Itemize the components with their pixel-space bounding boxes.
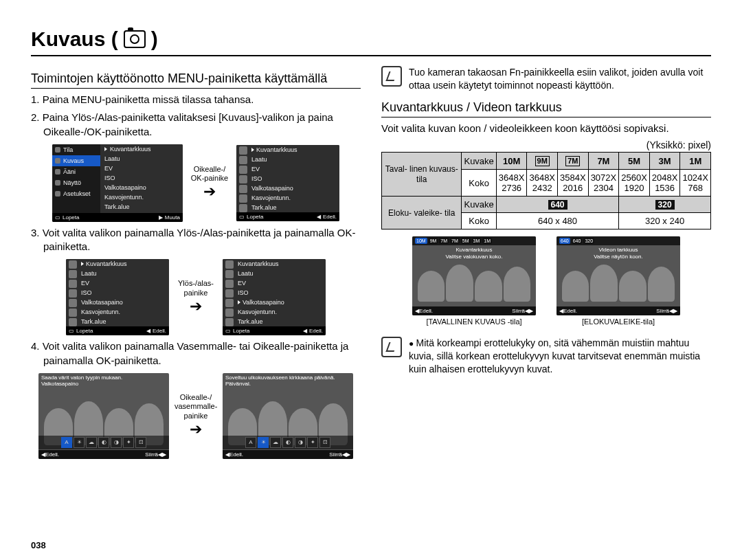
tbl-size-cell: 3648X2432 bbox=[527, 170, 558, 197]
page-title-left: Kuvaus ( bbox=[31, 27, 118, 51]
note-icon bbox=[381, 66, 402, 87]
menu-footer-left: ▭Lopeta bbox=[239, 214, 263, 220]
menu-item: Tark.alue bbox=[81, 318, 106, 325]
note-2-text: ● Mitä korkeampi erottelukyky on, sitä v… bbox=[409, 337, 711, 376]
tbl-row2-head: Eloku- valeike- tila bbox=[382, 197, 462, 229]
tbl-size-cell: 3648X2736 bbox=[496, 170, 527, 197]
menu-right-item: Tark.alue bbox=[104, 203, 130, 210]
menu-right-item: Kasvojentunn. bbox=[104, 194, 144, 201]
arrow-right-icon: ➔ bbox=[175, 421, 217, 438]
menu-item: Kasvojentunn. bbox=[81, 309, 120, 315]
tbl-row1-head: Taval- linen kuvaus- tila bbox=[382, 153, 462, 197]
note-2: ● Mitä korkeampi erottelukyky on, sitä v… bbox=[381, 337, 711, 376]
tbl-video-icon-cell: 640 bbox=[496, 197, 618, 213]
tbl-size-label: Koko bbox=[462, 213, 496, 229]
menu-right-item: Laatu bbox=[104, 155, 120, 162]
page-title: Kuvaus ( ) bbox=[31, 27, 711, 51]
menu-footer-right: ▶Muuta bbox=[159, 214, 180, 221]
menu-right-item: EV bbox=[104, 165, 113, 172]
tbl-icon-cell: 1M bbox=[680, 153, 711, 170]
menu-screenshot-b: Kuvantarkkuus Laatu EV ISO Valkotasapain… bbox=[236, 145, 339, 221]
right-photo-b: 640 640 320 Videon tarkkuus Valitse näyt… bbox=[556, 236, 680, 315]
right-column: Tuo kameran takaosan Fn-painikkeella esi… bbox=[381, 63, 711, 462]
menu-item: Valkotasapaino bbox=[243, 299, 284, 306]
menu-footer-left: Lopeta bbox=[76, 328, 93, 334]
menu-item: ISO bbox=[81, 289, 92, 296]
menu-item: Kuvantarkkuus bbox=[86, 260, 127, 267]
step-3: 3. Voit valita valikon painamalla Ylös-/… bbox=[31, 226, 361, 254]
arrow-label-1: Oikealle-/ OK-painike ➔ bbox=[188, 165, 231, 201]
menu-item: EV bbox=[251, 166, 260, 172]
right-caption-b: [ELOKUVALEIKE-tila] bbox=[556, 317, 680, 326]
menu-left-item: Näyttö bbox=[63, 179, 81, 186]
tbl-video-size-cell: 320 x 240 bbox=[619, 213, 711, 229]
unit-label: (Yksikkö: pixel) bbox=[381, 139, 711, 150]
photo-footer-move: Siirrä bbox=[329, 451, 342, 458]
page-number: 038 bbox=[31, 540, 46, 550]
menu-footer-right: Edell. bbox=[153, 328, 166, 334]
menu-footer-right: Edell. bbox=[309, 328, 323, 334]
photo-overlay-line2: Päivänval. bbox=[225, 381, 350, 388]
menu-item: Kuvantarkkuus bbox=[238, 260, 279, 267]
right-caption-a: [TAVALLINEN KUVAUS -tila] bbox=[412, 317, 536, 326]
note-1: Tuo kameran takaosan Fn-painikkeella esi… bbox=[381, 66, 711, 92]
resolution-table: Taval- linen kuvaus- tila Kuvake 10M 9M … bbox=[381, 152, 711, 229]
note-1-text: Tuo kameran takaosan Fn-painikkeella esi… bbox=[409, 66, 711, 92]
step4-screens: Saada värit vaton tyypin mukaan. Valkota… bbox=[31, 373, 361, 459]
tbl-icon-cell: 7M bbox=[588, 153, 619, 170]
tbl-size-cell: 3584X2016 bbox=[558, 170, 589, 197]
menu-right-item: Kuvantarkkuus bbox=[110, 146, 151, 153]
photo-overlay-line1: Videon tarkkuus bbox=[559, 247, 677, 254]
right-subhead: Kuvantarkkuus / Videon tarkkuus bbox=[381, 100, 711, 117]
menu-screenshot-c: Kuvantarkkuus Laatu EV ISO Valkotasapain… bbox=[66, 259, 169, 335]
menu-item: ISO bbox=[238, 289, 249, 296]
step-2: 2. Paina Ylös-/Alas-painiketta valitakse… bbox=[31, 111, 361, 139]
right-intro: Voit valita kuvan koon / videoleikkeen k… bbox=[381, 122, 711, 135]
tbl-size-cell: 2560X1920 bbox=[619, 170, 650, 197]
menu-screenshot-d: Kuvantarkkuus Laatu EV ISO Valkotasapain… bbox=[223, 259, 326, 335]
photo-overlay-line1: Saada värit vaton tyypin mukaan. bbox=[41, 374, 166, 381]
photo-overlay-line1: Soveltuu ulkokuvaukseen kirkkaana päivän… bbox=[225, 374, 350, 381]
tbl-size-label: Koko bbox=[462, 170, 496, 197]
step2-screens: Tila Kuvaus Ääni Näyttö Asetukset Kuvant… bbox=[31, 144, 361, 222]
menu-item: Valkotasapaino bbox=[251, 185, 293, 192]
menu-screenshot-a: Tila Kuvaus Ääni Näyttö Asetukset Kuvant… bbox=[52, 144, 183, 222]
photo-overlay-line2: Valitse valokuvan koko. bbox=[415, 254, 533, 260]
right-photo-a: 10M 9M 7M 7M 5M 3M 1M Kuvantarkkuus bbox=[412, 236, 536, 315]
menu-left-item: Kuvaus bbox=[63, 157, 84, 164]
tbl-size-cell: 3072X2304 bbox=[588, 170, 619, 197]
step3-screens: Kuvantarkkuus Laatu EV ISO Valkotasapain… bbox=[31, 259, 361, 335]
photo-screenshot-a: Saada värit vaton tyypin mukaan. Valkota… bbox=[38, 373, 169, 459]
menu-left-item: Asetukset bbox=[63, 190, 91, 197]
tbl-icon-cell: 9M bbox=[527, 153, 558, 170]
photo-overlay-line2: Valitse näytön koon. bbox=[559, 254, 677, 260]
right-screenshots: 10M 9M 7M 7M 5M 3M 1M Kuvantarkkuus bbox=[381, 236, 711, 326]
menu-item: Tark.alue bbox=[251, 204, 277, 211]
step-1: 1. Paina MENU-painiketta missä tilassa t… bbox=[31, 93, 361, 107]
tbl-video-size-cell: 640 x 480 bbox=[496, 213, 618, 229]
menu-item: Laatu bbox=[251, 156, 267, 163]
tbl-video-icon-cell: 320 bbox=[619, 197, 711, 213]
menu-footer-right: ◀Edell. bbox=[317, 214, 337, 220]
arrow-label-2: Ylös-/alas- painike ➔ bbox=[175, 279, 217, 315]
tbl-size-cell: 2048X1536 bbox=[649, 170, 680, 197]
tbl-icon-cell: 3M bbox=[649, 153, 680, 170]
page-title-right: ) bbox=[151, 27, 158, 51]
menu-right-item: ISO bbox=[104, 175, 115, 181]
menu-left-item: Ääni bbox=[63, 168, 76, 175]
menu-item: EV bbox=[238, 280, 246, 287]
menu-left-item: Tila bbox=[63, 146, 73, 153]
tbl-icon-cell: 7M bbox=[558, 153, 589, 170]
tbl-icon-cell: 10M bbox=[496, 153, 527, 170]
menu-item: Valkotasapaino bbox=[81, 299, 123, 306]
photo-overlay-line1: Kuvantarkkuus bbox=[415, 247, 533, 254]
left-column: Toimintojen käyttöönotto MENU-painiketta… bbox=[31, 63, 361, 462]
menu-right-item: Valkotasapaino bbox=[104, 184, 146, 191]
photo-overlay-line2: Valkotasapaino bbox=[41, 381, 166, 388]
menu-footer-left: ▭Lopeta bbox=[55, 214, 79, 221]
menu-item: EV bbox=[81, 280, 89, 287]
arrow-right-icon: ➔ bbox=[175, 298, 217, 315]
photo-footer-back: Edell. bbox=[45, 451, 59, 458]
menu-item: ISO bbox=[251, 175, 262, 182]
left-subhead: Toimintojen käyttöönotto MENU-painiketta… bbox=[31, 71, 361, 89]
